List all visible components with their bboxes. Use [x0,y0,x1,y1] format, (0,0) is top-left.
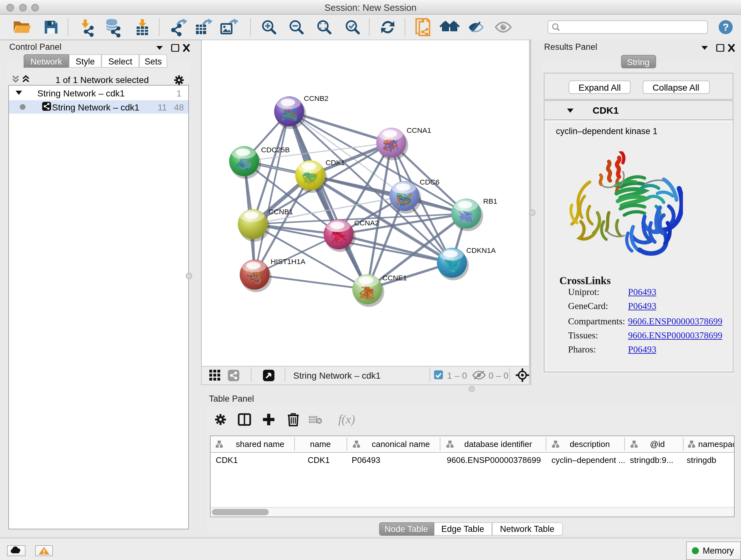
svg-text:HIST1H1A: HIST1H1A [270,257,306,266]
svg-text:CCNE1: CCNE1 [382,273,407,282]
svg-text:?: ? [723,21,729,33]
svg-text:RB1: RB1 [483,197,497,205]
svg-text:CDK1: CDK1 [325,159,345,167]
svg-text:CDC6: CDC6 [419,178,439,186]
svg-text:CCNB1: CCNB1 [268,207,293,216]
svg-text:CCNA1: CCNA1 [406,126,431,134]
svg-text:CCNB2: CCNB2 [304,94,328,103]
svg-text:CCNA2: CCNA2 [354,219,379,227]
svg-text:CDKN1A: CDKN1A [466,246,495,254]
svg-text:f(x): f(x) [338,413,355,426]
svg-text:CDC25B: CDC25B [261,145,289,154]
